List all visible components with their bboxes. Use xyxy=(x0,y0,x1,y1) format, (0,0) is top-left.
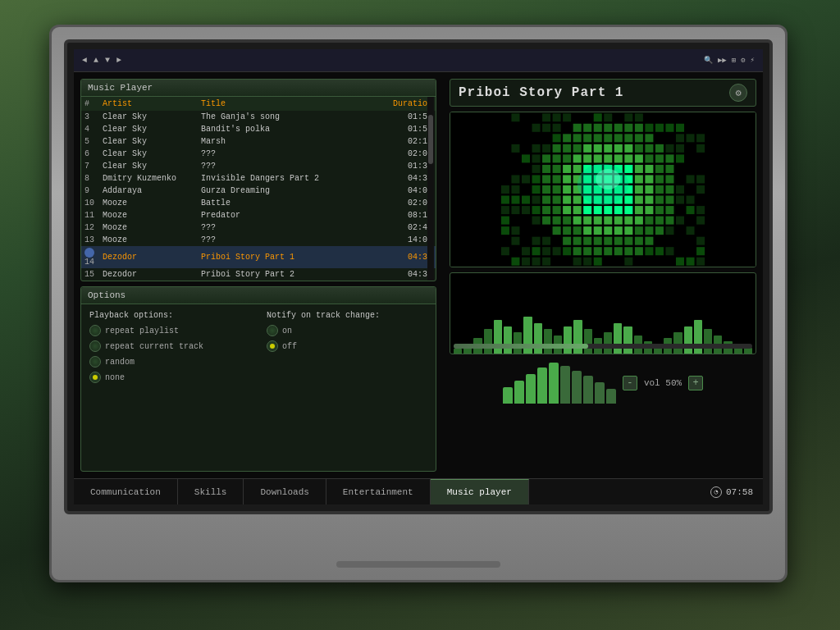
playing-icon xyxy=(84,248,94,258)
svg-rect-234 xyxy=(645,226,653,235)
radio-notify-off[interactable]: off xyxy=(267,340,427,352)
svg-rect-276 xyxy=(665,247,673,255)
svg-rect-232 xyxy=(624,226,632,235)
svg-rect-102 xyxy=(522,165,530,173)
progress-track[interactable] xyxy=(454,344,752,349)
svg-rect-5 xyxy=(553,113,561,121)
track-artist: Mooze xyxy=(99,209,198,221)
svg-rect-3 xyxy=(532,113,541,121)
svg-rect-45 xyxy=(553,134,561,142)
svg-rect-189 xyxy=(594,206,602,214)
col-header-num: # xyxy=(81,97,99,111)
playlist-row[interactable]: 13 Mooze ??? 14:06 xyxy=(81,234,436,246)
icon-grid[interactable]: ⊞ xyxy=(732,56,736,65)
svg-rect-291 xyxy=(614,258,623,266)
svg-rect-82 xyxy=(522,154,530,162)
svg-rect-113 xyxy=(635,165,643,173)
svg-rect-175 xyxy=(655,196,664,204)
svg-rect-145 xyxy=(553,185,561,194)
icon-play[interactable]: ▶▶ xyxy=(718,56,727,65)
track-title: Invisible Dangers Part 2 xyxy=(198,172,390,185)
playlist-row[interactable]: 10 Mooze Battle 02:06 xyxy=(81,197,436,209)
svg-rect-52 xyxy=(624,134,632,142)
playlist-row[interactable]: 4 Clear Sky Bandit's polka 01:54 xyxy=(81,123,436,135)
vol-minus-button[interactable]: - xyxy=(623,376,637,390)
svg-rect-183 xyxy=(532,206,541,214)
svg-rect-67 xyxy=(573,144,582,153)
svg-rect-190 xyxy=(604,206,612,214)
playlist-row[interactable]: 7 Clear Sky ??? 01:33 xyxy=(81,160,436,172)
tab-communication[interactable]: Communication xyxy=(74,479,178,504)
playlist-row[interactable]: 14 Dezodor Priboi Story Part 1 04:33 xyxy=(81,246,436,268)
icon-settings[interactable]: ⚙ xyxy=(741,56,745,65)
radio-notify-on[interactable]: on xyxy=(267,325,427,336)
track-title: ??? xyxy=(198,234,390,246)
vol-label: vol 50% xyxy=(644,378,682,388)
playlist-row[interactable]: 9 Addaraya Gurza Dreaming 04:05 xyxy=(81,185,436,197)
svg-rect-263 xyxy=(532,247,541,255)
svg-rect-38 xyxy=(687,124,695,132)
icon-arrow-up[interactable]: ▲ xyxy=(94,56,98,65)
playlist-row[interactable]: 5 Clear Sky Marsh 02:13 xyxy=(81,135,436,148)
svg-rect-58 xyxy=(687,134,695,142)
svg-rect-62 xyxy=(522,144,530,153)
svg-rect-31 xyxy=(614,124,623,132)
playlist-table: # Artist Title Duration 3 Clear Sky The … xyxy=(81,97,436,281)
vol-plus-button[interactable]: + xyxy=(688,376,703,390)
playlist-row[interactable]: 11 Mooze Predator 08:19 xyxy=(81,209,436,221)
playlist-row[interactable]: 3 Clear Sky The Ganja's song 01:51 xyxy=(81,111,436,123)
tab-downloads[interactable]: Downloads xyxy=(244,479,326,504)
top-bar-left-icons: ◄ ▲ ▼ ► xyxy=(82,56,121,65)
icon-arrow-right[interactable]: ► xyxy=(116,56,121,65)
icon-arrow-left[interactable]: ◄ xyxy=(82,56,87,65)
track-artist: Dezodor xyxy=(99,268,198,281)
icon-arrow-down[interactable]: ▼ xyxy=(105,56,110,65)
tab-communication-label: Communication xyxy=(90,487,161,497)
playlist-scrollbar[interactable] xyxy=(427,97,434,281)
svg-rect-162 xyxy=(522,196,530,204)
playlist-row[interactable]: 12 Mooze ??? 02:40 xyxy=(81,221,436,234)
track-title: ??? xyxy=(198,148,390,160)
svg-rect-153 xyxy=(635,185,643,194)
svg-rect-84 xyxy=(542,154,550,162)
playlist-row[interactable]: 8 Dmitry Kuzmenko Invisible Dangers Part… xyxy=(81,172,436,185)
svg-rect-139 xyxy=(696,175,705,183)
radio-repeat-current[interactable]: repeat current track xyxy=(89,340,250,352)
svg-rect-179 xyxy=(696,196,705,204)
svg-rect-282 xyxy=(522,258,530,266)
svg-rect-9 xyxy=(594,113,602,121)
radio-random[interactable]: random xyxy=(89,356,250,368)
settings-icon[interactable]: ⚙ xyxy=(729,84,747,102)
svg-rect-218 xyxy=(687,217,695,225)
svg-rect-101 xyxy=(511,165,519,173)
svg-rect-55 xyxy=(655,134,664,142)
radio-none[interactable]: none xyxy=(89,372,250,383)
icon-power[interactable]: ⚡ xyxy=(751,56,755,65)
svg-rect-285 xyxy=(553,258,561,266)
svg-rect-142 xyxy=(522,185,530,194)
track-artist: Mooze xyxy=(99,221,198,234)
tab-skills[interactable]: Skills xyxy=(178,479,244,504)
svg-rect-192 xyxy=(624,206,632,214)
svg-rect-140 xyxy=(501,185,509,194)
playlist-row[interactable]: 6 Clear Sky ??? 02:05 xyxy=(81,148,436,160)
svg-rect-2 xyxy=(522,113,530,121)
svg-rect-213 xyxy=(635,217,643,225)
scrollbar-thumb[interactable] xyxy=(428,115,433,164)
svg-rect-261 xyxy=(511,247,519,255)
svg-rect-281 xyxy=(511,258,519,266)
svg-rect-292 xyxy=(624,258,632,266)
svg-rect-119 xyxy=(696,165,705,173)
volume-bar xyxy=(514,381,524,404)
svg-rect-230 xyxy=(604,226,612,235)
radio-repeat-playlist[interactable]: repeat playlist xyxy=(89,325,250,336)
playlist-row[interactable]: 15 Dezodor Priboi Story Part 2 04:35 xyxy=(81,268,436,281)
track-num: 11 xyxy=(81,209,99,221)
icon-search[interactable]: 🔍 xyxy=(704,56,713,65)
svg-rect-25 xyxy=(553,124,561,132)
tab-entertainment[interactable]: Entertainment xyxy=(326,479,431,504)
laptop-touchpad xyxy=(336,561,500,568)
svg-rect-246 xyxy=(563,237,571,245)
tab-music-player-label: Music player xyxy=(447,487,512,497)
tab-music-player[interactable]: Music player xyxy=(431,479,529,504)
